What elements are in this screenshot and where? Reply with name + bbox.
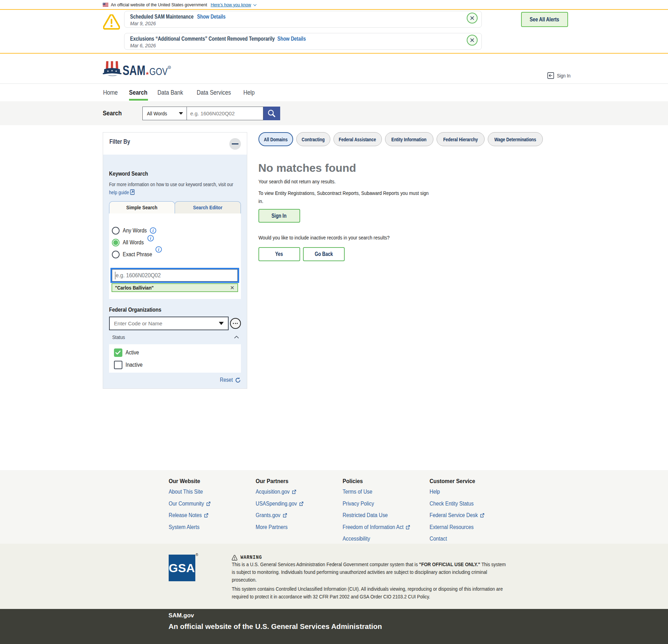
- svg-text:i: i: [152, 228, 154, 233]
- svg-text:i: i: [158, 247, 159, 252]
- svg-text:R: R: [168, 66, 170, 69]
- svg-text:i: i: [150, 236, 151, 241]
- svg-text:GOV: GOV: [149, 66, 168, 77]
- svg-text:SAM: SAM: [122, 63, 145, 77]
